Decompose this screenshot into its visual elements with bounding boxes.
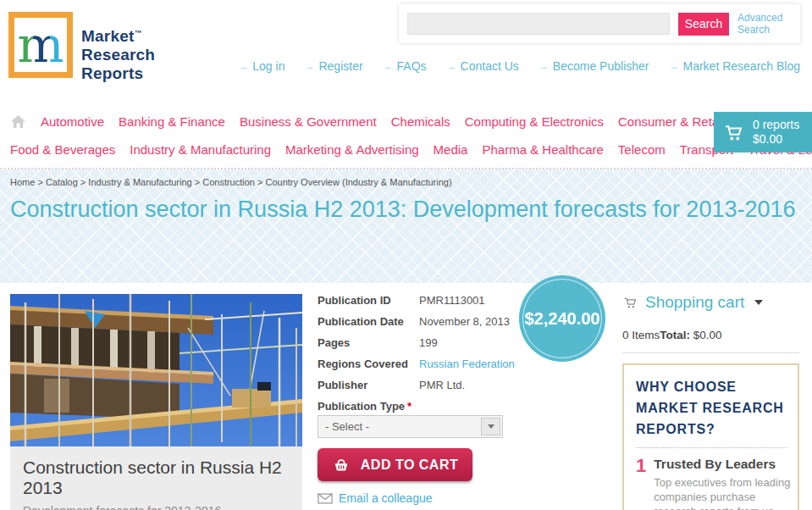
email-colleague-link[interactable]: Email a colleague (318, 491, 433, 505)
logo-line1: Market (81, 27, 134, 45)
cart-icon (722, 121, 745, 144)
detail-label: Publisher (318, 379, 419, 391)
category-link[interactable]: Computing & Electronics (465, 114, 604, 129)
image-caption-title: Construction sector in Russia H2 2013 (23, 457, 290, 498)
category-nav: AutomotiveBanking & FinanceBusiness & Go… (0, 100, 812, 169)
tm-mark: ™ (134, 29, 141, 37)
header: m Market™ Research Reports Search Advanc… (0, 0, 812, 100)
arrow-icon: → (669, 61, 678, 71)
why-point-1: 1 Trusted By Leaders Top executives from… (636, 457, 787, 510)
arrow-icon: → (447, 61, 456, 71)
image-caption: Construction sector in Russia H2 2013 De… (10, 446, 302, 510)
category-link[interactable]: Telecom (618, 142, 666, 157)
arrow-icon: → (539, 61, 549, 71)
breadcrumb: HomeCatalogIndustry & ManufacturingConst… (10, 177, 812, 187)
breadcrumb-link[interactable]: Construction (192, 177, 255, 187)
required-asterisk: * (407, 400, 412, 413)
why-choose-heading: WHY CHOOSE MARKET RESEARCH REPORTS? (636, 376, 784, 440)
site-logo[interactable]: m Market™ Research Reports (8, 12, 155, 83)
logo-m-icon: m (8, 12, 73, 78)
breadcrumb-link[interactable]: Catalog (35, 177, 77, 187)
product-image-panel: Construction sector in Russia H2 2013 De… (10, 294, 302, 510)
detail-value: PMR1113001 (419, 294, 485, 307)
add-to-cart-button[interactable]: ADD TO CART (318, 448, 472, 481)
detail-label: Pages (318, 336, 419, 349)
logo-m-glyph: m (15, 19, 66, 71)
mini-cart[interactable]: 0 reports $0.00 (714, 112, 812, 152)
category-link[interactable]: Pharma & Healthcare (482, 142, 603, 157)
publication-details: Publication ID PMR1113001 Publication Da… (318, 294, 529, 400)
top-nav-label: Contact Us (461, 59, 519, 73)
envelope-icon (318, 493, 333, 504)
detail-row: Publication ID PMR1113001 (318, 294, 529, 307)
sidebar: Shopping cart 0 ItemsTotal: $0.00 WHY CH… (622, 293, 799, 510)
arrow-icon: → (239, 61, 248, 71)
top-nav-link[interactable]: → Market Research Blog (669, 59, 800, 73)
detail-value: November 8, 2013 (419, 315, 510, 328)
shopping-cart-label: Shopping cart (645, 293, 744, 312)
category-link[interactable]: Industry & Manufacturing (130, 142, 271, 157)
category-link[interactable]: Business & Government (240, 114, 377, 129)
arrow-icon: → (384, 61, 393, 71)
point-body: Top executives from leading companies pu… (654, 475, 796, 510)
price-badge: $2,240.00 (519, 275, 605, 362)
detail-value: Russian Federation (419, 358, 515, 370)
shopping-cart-dropdown[interactable]: Shopping cart (622, 293, 799, 312)
arrow-icon: → (305, 61, 314, 71)
hero-section: HomeCatalogIndustry & ManufacturingConst… (0, 169, 812, 283)
detail-label: Publication ID (318, 294, 419, 307)
cart-total-label: Total: (660, 329, 690, 341)
category-link[interactable]: Consumer & Retail (618, 114, 725, 129)
top-nav: → Log in → Register → FAQs → Contact Us … (239, 59, 800, 73)
email-colleague-label: Email a colleague (339, 491, 433, 505)
category-row-2: Food & BeveragesIndustry & Manufacturing… (10, 140, 717, 158)
advanced-search-link[interactable]: Advanced Search (737, 12, 792, 36)
detail-value: PMR Ltd. (419, 379, 465, 391)
image-caption-subtitle: Development forecasts for 2013-2016 (23, 504, 290, 510)
top-nav-link[interactable]: → Log in (239, 59, 284, 73)
detail-label: Regions Covered (318, 358, 419, 370)
select-arrow-button[interactable] (481, 418, 500, 435)
point-title: Trusted By Leaders (654, 457, 796, 472)
detail-row: Pages 199 (318, 336, 529, 349)
mini-cart-count: 0 reports (753, 118, 799, 132)
detail-row: Regions Covered Russian Federation (318, 358, 529, 370)
top-nav-label: Market Research Blog (682, 59, 800, 73)
top-nav-link[interactable]: → Register (305, 59, 362, 73)
chevron-down-icon (488, 424, 494, 429)
category-link[interactable]: Banking & Finance (119, 114, 225, 129)
detail-row: Publisher PMR Ltd. (318, 379, 529, 391)
cart-icon (622, 295, 638, 311)
page-title: Construction sector in Russia H2 2013: D… (10, 195, 798, 225)
category-link[interactable]: Marketing & Advertising (285, 142, 419, 157)
top-nav-link[interactable]: → Contact Us (447, 59, 519, 73)
point-number: 1 (636, 457, 646, 510)
logo-line3: Reports (81, 64, 155, 83)
category-link[interactable]: Food & Beverages (10, 142, 115, 157)
breadcrumb-link[interactable]: Home (10, 177, 35, 187)
search-button[interactable]: Search (678, 13, 729, 36)
top-nav-link[interactable]: → Become Publisher (539, 59, 649, 73)
why-choose-box: WHY CHOOSE MARKET RESEARCH REPORTS? 1 Tr… (622, 363, 799, 510)
svg-text:m: m (17, 19, 64, 71)
dotted-divider (636, 447, 787, 448)
search-input[interactable] (407, 13, 670, 35)
mini-cart-total: $0.00 (753, 132, 799, 147)
detail-label: Publication Date (318, 315, 419, 328)
category-link[interactable]: Automotive (41, 114, 104, 129)
category-row-1: AutomotiveBanking & FinanceBusiness & Go… (41, 114, 812, 129)
category-link[interactable]: Chemicals (391, 114, 450, 129)
home-icon[interactable] (10, 114, 26, 129)
category-link[interactable]: Media (434, 142, 468, 157)
detail-row: Publication Date November 8, 2013 (318, 315, 529, 328)
breadcrumb-link[interactable]: Industry & Manufacturing (78, 177, 192, 187)
publication-type-select[interactable]: - Select - (318, 415, 503, 438)
select-value: - Select - (318, 420, 481, 433)
detail-value: 199 (419, 336, 438, 349)
breadcrumb-link[interactable]: Country Overview (Industry & Manufacturi… (255, 177, 452, 187)
sidebar-divider (622, 352, 799, 353)
product-image (10, 294, 302, 446)
price-value: $2,240.00 (525, 309, 600, 329)
top-nav-label: Register (318, 59, 362, 73)
top-nav-link[interactable]: → FAQs (384, 59, 427, 73)
